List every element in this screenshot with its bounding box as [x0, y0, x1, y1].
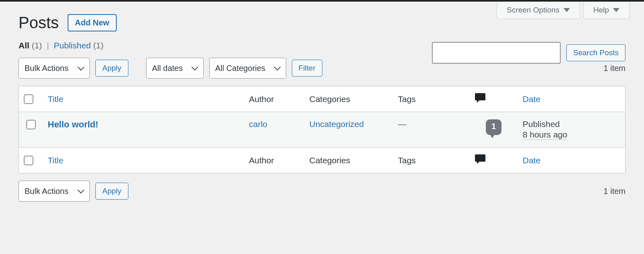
screen-options-button[interactable]: Screen Options: [497, 2, 580, 19]
row-checkbox-cell: [19, 112, 43, 148]
filter-all-label[interactable]: All: [19, 41, 29, 50]
row-tags-cell: —: [393, 112, 470, 148]
row-date-cell: Published 8 hours ago: [518, 112, 625, 148]
comments-icon: [475, 154, 486, 164]
screen-options-label: Screen Options: [507, 6, 559, 15]
posts-table: Title Author Categories Tags Date Hello …: [19, 86, 625, 173]
col-date-foot[interactable]: Date: [518, 148, 625, 173]
row-time: 8 hours ago: [523, 130, 568, 140]
col-categories-foot: Categories: [305, 148, 393, 173]
col-checkbox: [19, 86, 43, 112]
col-author: Author: [244, 86, 305, 112]
page-title: Posts: [19, 14, 59, 32]
help-button[interactable]: Help: [583, 2, 630, 19]
col-checkbox-foot: [19, 148, 43, 173]
col-categories: Categories: [305, 86, 393, 112]
categories-select[interactable]: All Categories: [209, 58, 286, 79]
row-categories-cell: Uncategorized: [305, 112, 393, 148]
row-author-link[interactable]: carlo: [249, 119, 268, 129]
row-category-link[interactable]: Uncategorized: [310, 119, 364, 129]
bulk-actions-wrap: Bulk Actions: [19, 58, 90, 79]
table-row: Hello world! carlo Uncategorized — 1 Pub…: [19, 112, 625, 148]
comments-icon: [475, 93, 486, 103]
dates-select[interactable]: All dates: [146, 58, 204, 79]
comment-count-badge[interactable]: 1: [486, 119, 502, 135]
filter-published-link[interactable]: Published: [54, 41, 91, 50]
chevron-down-icon: [564, 8, 570, 12]
tablenav-bottom: Bulk Actions Apply 1 item: [19, 181, 625, 202]
categories-wrap: All Categories: [209, 58, 286, 79]
items-count-bottom: 1 item: [604, 187, 625, 196]
chevron-down-icon: [613, 8, 619, 12]
col-title-foot[interactable]: Title: [43, 148, 244, 173]
row-comments-cell: 1: [470, 112, 518, 148]
table-footer-row: Title Author Categories Tags Date: [19, 148, 625, 173]
filter-all-count: (1): [32, 41, 42, 50]
screen-meta-links: Screen Options Help: [497, 2, 630, 19]
filter-published-count: (1): [93, 41, 104, 50]
items-count-top: 1 item: [604, 64, 625, 73]
row-status: Published: [523, 119, 621, 129]
col-tags: Tags: [393, 86, 470, 112]
row-title-cell: Hello world!: [43, 112, 244, 148]
dates-wrap: All dates: [146, 58, 204, 79]
bulk-actions-select[interactable]: Bulk Actions: [19, 58, 90, 79]
row-checkbox[interactable]: [26, 120, 36, 129]
separator: |: [44, 41, 51, 50]
col-comments: [470, 86, 518, 112]
col-author-foot: Author: [244, 148, 305, 173]
apply-button-top[interactable]: Apply: [95, 60, 128, 77]
help-label: Help: [593, 6, 609, 15]
bulk-actions-select-bottom[interactable]: Bulk Actions: [19, 181, 90, 202]
select-all-checkbox-foot[interactable]: [24, 156, 33, 165]
bulk-actions-wrap-bottom: Bulk Actions: [19, 181, 90, 202]
col-comments-foot: [470, 148, 518, 173]
search-input[interactable]: [432, 42, 561, 64]
col-date[interactable]: Date: [518, 86, 625, 112]
col-tags-foot: Tags: [393, 148, 470, 173]
add-new-button[interactable]: Add New: [68, 14, 117, 31]
search-posts-button[interactable]: Search Posts: [566, 44, 625, 61]
select-all-checkbox[interactable]: [24, 94, 33, 104]
row-title-link[interactable]: Hello world!: [48, 119, 99, 129]
search-row: Search Posts: [432, 42, 625, 64]
row-author-cell: carlo: [244, 112, 305, 148]
table-header-row: Title Author Categories Tags Date: [19, 86, 625, 112]
content-wrap: Posts Add New All (1) | Published (1) Se…: [0, 2, 644, 202]
col-title[interactable]: Title: [43, 86, 244, 112]
apply-button-bottom[interactable]: Apply: [95, 183, 128, 200]
filter-button[interactable]: Filter: [292, 60, 322, 77]
